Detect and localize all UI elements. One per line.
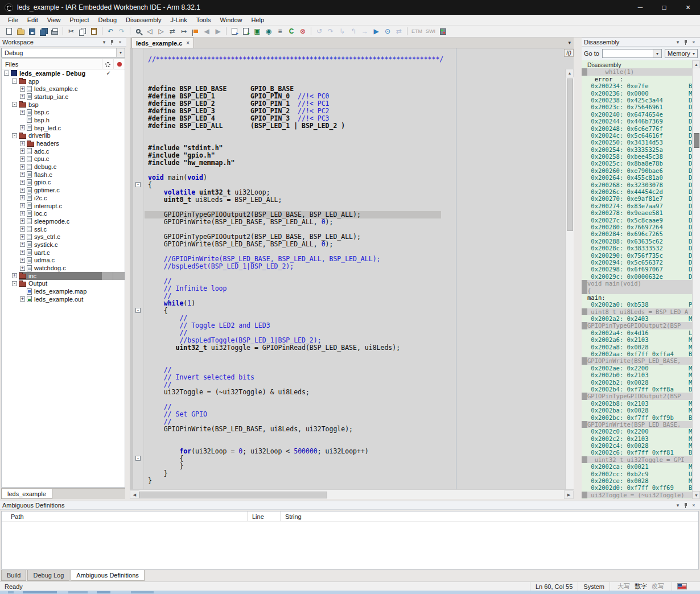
compile-button[interactable] <box>229 26 240 36</box>
menu-window[interactable]: Window <box>215 15 246 25</box>
disasm-row[interactable]: 0x200240: 0x6474654eD <box>582 111 692 118</box>
tree-item-bsp-h[interactable]: bsp.h <box>2 116 125 124</box>
save-all-button[interactable] <box>38 26 49 36</box>
menu-edit[interactable]: Edit <box>23 15 43 25</box>
disasm-row[interactable]: 0x2002aa: 0xf7ff 0xffa4B <box>582 350 692 357</box>
disasm-row[interactable]: 0x20025c: 0x8ba8e78bD <box>582 160 692 167</box>
step-out-button[interactable]: ↰ <box>348 26 359 36</box>
find-button[interactable] <box>133 26 144 36</box>
expand-box[interactable]: + <box>20 180 25 185</box>
break-button[interactable]: ⊙ <box>382 26 393 36</box>
disasm-row[interactable]: 0x2002b0: 0x2103M <box>582 372 692 378</box>
disasm-row[interactable]: 0x2002ca: 0x0021M <box>582 463 692 470</box>
disasm-row[interactable]: ui32Toggle = (~ui32Toggle) <box>582 492 692 498</box>
build-log-button[interactable]: ≡ <box>274 26 286 36</box>
disasm-row[interactable]: 0x200244: 0x446b7369D <box>582 118 692 125</box>
tree-item-cpu-c[interactable]: +cpu.c <box>2 155 125 163</box>
paste-button[interactable] <box>88 26 100 36</box>
column-path[interactable]: Path <box>2 512 248 521</box>
expand-box[interactable]: + <box>20 218 25 224</box>
disasm-row[interactable]: __error__: <box>582 76 692 82</box>
disasm-row[interactable]: void main(void) <box>582 280 692 287</box>
disasm-row[interactable]: 0x20024c: 0x5c64616fD <box>582 132 692 139</box>
expand-box[interactable]: + <box>20 211 25 216</box>
expand-box[interactable]: + <box>20 250 25 255</box>
expand-box[interactable]: - <box>12 133 17 138</box>
step-into-button[interactable]: ↳ <box>336 26 348 36</box>
chevron-down-icon[interactable]: ▾ <box>116 48 125 57</box>
configuration-selector[interactable]: Debug ▾ <box>1 48 125 57</box>
tab-list-dropdown[interactable]: ▾ <box>568 40 571 46</box>
disasm-row[interactable]: 0x20028c: 0x38333532D <box>582 245 692 251</box>
chevron-down-icon[interactable]: ▾ <box>653 50 661 57</box>
disasm-row[interactable]: 0x200294: 0x5c656372D <box>582 259 692 266</box>
expand-box[interactable]: - <box>12 79 17 84</box>
run-to-cursor-button[interactable]: → <box>359 26 370 36</box>
disasm-row[interactable]: GPIOPinTypeGPIOOutput2(BSP <box>582 322 692 329</box>
menu-tools[interactable]: Tools <box>192 15 216 25</box>
disasm-row[interactable]: 0x200278: 0x9eaee581D <box>582 209 692 216</box>
scroll-down-arrow[interactable]: ▼ <box>693 491 700 499</box>
pin-button[interactable] <box>682 502 690 509</box>
tab-close-icon[interactable]: × <box>186 40 190 46</box>
disasm-row[interactable]: 0x200274: 0x83e7aa97D <box>582 203 692 209</box>
toggle-bookmark-button[interactable] <box>190 26 201 36</box>
disasm-row[interactable]: 0x200290: 0x756f735cD <box>582 252 692 259</box>
disasm-row[interactable]: 0x200260: 0xe790bae6D <box>582 167 692 174</box>
tree-item-gptimer-c[interactable]: +gptimer.c <box>2 186 125 194</box>
disasm-row[interactable]: 0x20027c: 0x5c8caae9D <box>582 217 692 224</box>
column-line[interactable]: Line <box>248 512 281 521</box>
messages-close-button[interactable]: × <box>690 502 698 509</box>
tree-item-driverlib[interactable]: -driverlib <box>2 132 125 140</box>
messages-tab-build[interactable]: Build <box>1 570 26 581</box>
disasm-row[interactable]: 0x200284: 0x696c7265D <box>582 230 692 237</box>
tree-item-leds-example-c[interactable]: +leds_example.c <box>2 85 125 93</box>
disasm-row[interactable]: 0x20026c: 0x44454c2dD <box>582 188 692 195</box>
disasm-row[interactable]: 0x20023c: 0x75646961D <box>582 104 692 110</box>
tree-item-ioc-c[interactable]: +ioc.c <box>2 209 125 217</box>
tree-item-bsp-c[interactable]: +bsp.c <box>2 108 125 116</box>
tree-item-systick-c[interactable]: +systick.c <box>2 241 125 249</box>
disasm-row[interactable]: 0x200264: 0x455c81a0D <box>582 174 692 181</box>
disasm-row[interactable]: 0x2002c4: 0x0028M <box>582 442 692 449</box>
disasm-row[interactable]: 0x200236: 0x0000M <box>582 90 692 97</box>
expand-box[interactable]: + <box>20 266 25 271</box>
find-next-button[interactable]: ▷ <box>155 26 167 36</box>
disasm-row[interactable]: 0x200254: 0x3335325aD <box>582 146 692 153</box>
expand-box[interactable]: - <box>12 102 17 107</box>
disassembly-scrollbar[interactable]: ▲ ▼ <box>692 60 700 499</box>
tree-item-inc[interactable]: +inc <box>2 272 125 280</box>
scroll-thumb[interactable] <box>567 79 573 231</box>
messages-tab-ambiguous-definitions[interactable]: Ambiguous Definitions <box>71 570 144 581</box>
tree-item-interrupt-c[interactable]: +interrupt.c <box>2 202 125 210</box>
goto-address-input[interactable]: ▾ <box>602 49 662 58</box>
tree-item-flash-c[interactable]: +flash.c <box>2 171 125 179</box>
disasm-row[interactable]: 0x2002a6: 0x2103M <box>582 336 692 343</box>
replace-button[interactable]: ⇄ <box>167 26 178 36</box>
disasm-row[interactable]: 0x2002ae: 0x2200M <box>582 365 692 372</box>
disasm-row[interactable]: 0x2002a2: 0x2403M <box>582 315 692 322</box>
disasm-row[interactable]: 0x2002cc: 0xb2c9U <box>582 471 692 477</box>
scroll-up-arrow[interactable]: ▲ <box>693 60 700 68</box>
swo-trace-button[interactable]: SWI <box>424 28 437 34</box>
disasm-row[interactable]: Disassembly <box>582 61 692 68</box>
disasm-row[interactable]: 0x200298: 0x6f697067D <box>582 266 692 273</box>
tree-item-bsp[interactable]: -bsp <box>2 101 125 109</box>
code-text[interactable]: //**************************************… <box>145 48 565 489</box>
disasm-row[interactable]: 0x200258: 0xbee45c38D <box>582 153 692 160</box>
disasm-row[interactable]: uint32_t ui32Toggle = GPI <box>582 456 692 463</box>
menu-j-link[interactable]: J-Link <box>166 15 191 25</box>
menu-disassembly[interactable]: Disassembly <box>121 15 166 25</box>
disasm-row[interactable]: 0x2002b4: 0xf7ff 0xff8aB <box>582 386 692 393</box>
disasm-row[interactable]: 0x20029c: 0x0000632eD <box>582 273 692 280</box>
expand-box[interactable]: + <box>20 226 25 232</box>
disasm-row[interactable]: GPIOPinWrite(BSP_LED_BASE, <box>582 421 692 428</box>
function-list-button[interactable]: f() <box>564 49 574 57</box>
disasm-row[interactable]: uint8_t ui8Leds = BSP_LED_A <box>582 308 692 315</box>
toggle-debugger-button[interactable]: ◉ <box>263 26 274 36</box>
pin-button[interactable] <box>108 39 116 46</box>
expand-box[interactable]: - <box>12 281 17 286</box>
tree-item-watchdog-c[interactable]: +watchdog.c <box>2 264 125 272</box>
menu-project[interactable]: Project <box>65 15 93 25</box>
expand-box[interactable]: + <box>20 156 25 162</box>
